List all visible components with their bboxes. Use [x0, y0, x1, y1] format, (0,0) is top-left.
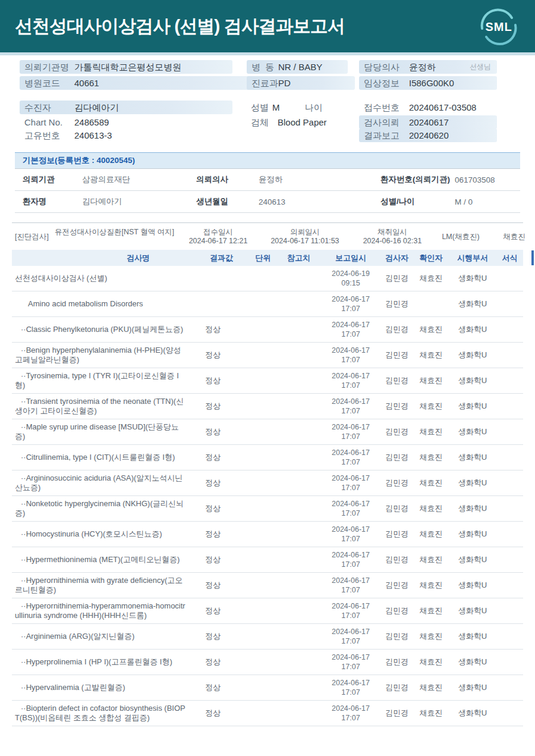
- basic-label: 의뢰기관: [23, 174, 82, 185]
- field-value: 20240620: [409, 128, 449, 142]
- column-header-report-datetime: 보고일시: [321, 253, 380, 263]
- report-time: 17:07: [321, 432, 380, 441]
- report-date: 2024-06-17: [321, 320, 380, 330]
- confirmer-cell: 채효진: [413, 606, 449, 616]
- department-cell: 생화학U: [449, 632, 496, 641]
- confirmer-cell: 채효진: [413, 555, 449, 564]
- table-row: Amino acid metabolism Disorders2024-06-1…: [12, 291, 523, 317]
- confirmer-cell: 채효진: [413, 325, 449, 334]
- result-cell: 정상: [193, 350, 250, 360]
- test-name-cell: ··Hyperprolinemia I (HP I)(고프롤린혈증 I형): [12, 654, 193, 670]
- report-date: 2024-06-17: [321, 601, 380, 611]
- confirmer-cell: 채효진: [413, 427, 449, 437]
- sml-logo-text: SML: [485, 20, 512, 33]
- report-time: 17:07: [321, 585, 380, 595]
- field-specimen: 검체Blood Paper: [247, 115, 355, 129]
- sml-logo: SML: [478, 5, 520, 47]
- column-header-department: 시행부서: [449, 253, 496, 263]
- confirmer-cell: 채효진: [413, 274, 449, 283]
- field-value: 40661: [74, 76, 99, 90]
- department-cell: 생화학U: [449, 299, 496, 309]
- field-label: 고유번호: [20, 128, 74, 142]
- result-cell: 정상: [193, 453, 250, 462]
- header-right-tick: [531, 250, 534, 265]
- field-label: 담당의사: [359, 60, 409, 74]
- tester-cell: 김민경: [380, 299, 413, 309]
- report-time: 17:07: [321, 355, 380, 365]
- field-ward: 병 동NR / BABY: [247, 60, 348, 74]
- tester-cell: 김민경: [380, 401, 413, 411]
- test-name-cell: ··Nonketotic hyperglycinemia (NKHG)(글리신뇌…: [12, 496, 193, 521]
- report-date: 2024-06-17: [321, 371, 380, 381]
- department-cell: 생화학U: [449, 453, 496, 462]
- report-datetime-cell: 2024-06-1717:07: [321, 601, 380, 620]
- report-date: 2024-06-17: [321, 627, 380, 636]
- report-datetime-cell: 2024-06-1717:07: [321, 704, 380, 723]
- tester-cell: 김민경: [380, 504, 413, 513]
- department-cell: 생화학U: [449, 555, 496, 564]
- department-cell: 생화학U: [449, 401, 496, 411]
- confirmer-cell: 채효진: [413, 581, 449, 590]
- basic-label: 성별/나이: [380, 196, 455, 207]
- report-time: 17:07: [321, 330, 380, 339]
- tester-cell: 김민경: [380, 708, 413, 718]
- table-row: ··Hypermethioninemia (MET)(고메티오닌혈증)정상202…: [12, 547, 523, 573]
- column-header-result: 결과값: [193, 253, 250, 263]
- diag-requested-value: 2024-06-17 11:01:53: [260, 237, 350, 246]
- department-cell: 생화학U: [449, 274, 496, 283]
- result-cell: 정상: [193, 478, 250, 488]
- field-requesting-org: 의뢰기관명가톨릭대학교은평성모병원: [20, 60, 232, 74]
- table-row: ··Tyrosinemia, type I (TYR I)(고타이로신혈증 I형…: [12, 368, 523, 394]
- tester-cell: 김민경: [380, 529, 413, 539]
- field-value: I586G00K0: [409, 76, 454, 90]
- column-header-unit: 단위: [250, 253, 276, 263]
- report-datetime-cell: 2024-06-1717:07: [321, 294, 380, 313]
- report-datetime-cell: 2024-06-1717:07: [321, 397, 380, 416]
- diag-test-group: 유전성대사이상질환[NST 혈액 여지]: [54, 228, 175, 237]
- report-time: 17:07: [321, 534, 380, 544]
- test-name-cell: ··Hypermethioninemia (MET)(고메티오닌혈증): [12, 552, 193, 567]
- basic-value: 061703508: [455, 175, 520, 184]
- results-rows: 선천성대사이상검사 (선별)2024-06-1909:15김민경채효진생화학UA…: [12, 266, 523, 726]
- table-row: ··Citrullinemia, type I (CIT)(시트룰린혈증 I형)…: [12, 445, 523, 470]
- test-name-cell: ··Tyrosinemia, type I (TYR I)(고타이로신혈증 I형…: [12, 368, 193, 393]
- confirmer-cell: 채효진: [413, 529, 449, 539]
- field-department: 진료과PD: [247, 76, 355, 90]
- report-time: 17:07: [321, 483, 380, 493]
- report-datetime-cell: 2024-06-1717:07: [321, 473, 380, 493]
- field-sex-age: 성별M나이: [247, 101, 355, 114]
- test-name-cell: ··Benign hyperphenylalaninemia (H-PHE)(양…: [12, 343, 193, 368]
- report-datetime-cell: 2024-06-1717:07: [321, 320, 380, 339]
- basic-label: 생년월일: [196, 196, 259, 207]
- result-cell: 정상: [193, 555, 250, 564]
- field-value: M: [272, 101, 280, 114]
- field-doctor: 담당의사윤정하 선생님: [359, 60, 497, 74]
- header-underline: [0, 52, 535, 55]
- test-name-cell: ··Maple syrup urine disease [MSUD](단풍당뇨증…: [12, 419, 193, 444]
- basic-value: 김다예아기: [82, 196, 196, 207]
- report-time: 17:07: [321, 713, 380, 723]
- field-label: 임상정보: [359, 76, 409, 90]
- field-chart-no: Chart No.2486589: [20, 115, 232, 129]
- result-cell: 정상: [193, 504, 250, 513]
- test-name-cell: Amino acid metabolism Disorders: [12, 296, 193, 312]
- department-cell: 생화학U: [449, 427, 496, 437]
- department-cell: 생화학U: [449, 504, 496, 513]
- table-row: ··Hyperornithinemia with gyrate deficien…: [12, 573, 523, 598]
- report-date: 2024-06-17: [321, 473, 380, 483]
- report-datetime-cell: 2024-06-1717:07: [321, 525, 380, 544]
- report-time: 17:07: [321, 509, 380, 518]
- report-time: 17:07: [321, 381, 380, 390]
- field-clinical-info: 임상정보I586G00K0: [359, 76, 497, 90]
- field-patient: 수진자김다예아기: [20, 101, 232, 114]
- report-date: 2024-06-19: [321, 269, 380, 278]
- confirmer-cell: 채효진: [413, 478, 449, 488]
- report-date: 2024-06-17: [321, 397, 380, 406]
- result-cell: 정상: [193, 325, 250, 334]
- field-accession-no: 접수번호20240617-03508: [359, 101, 497, 114]
- results-table-header: 검사명 결과값 단위 참고치 보고일시 검사자 확인자 시행부서 서식: [12, 250, 523, 266]
- page-title: 선천성대사이상검사 (선별) 검사결과보고서: [15, 14, 345, 38]
- report-datetime-cell: 2024-06-1717:07: [321, 678, 380, 697]
- table-row: ··Nonketotic hyperglycinemia (NKHG)(글리신뇌…: [12, 496, 523, 522]
- tester-cell: 김민경: [380, 453, 413, 462]
